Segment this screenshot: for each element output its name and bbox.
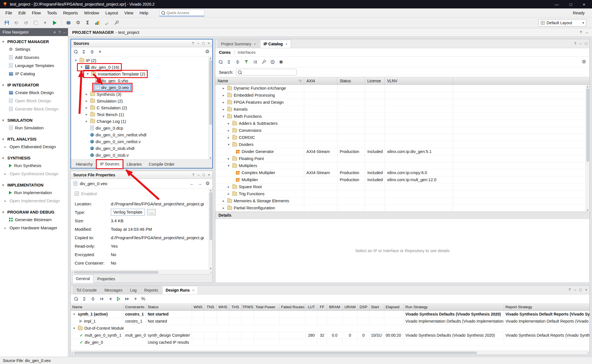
caret-down-icon[interactable]: ▾ (222, 114, 226, 118)
caret-right-icon[interactable]: ▸ (227, 136, 231, 139)
table-row-complex-multiplier[interactable]: Complex Multiplier AXI4-Stream Productio… (215, 169, 589, 176)
scroll-up-icon[interactable]: ▴ (210, 56, 211, 59)
run-row-impl-1[interactable]: impl_1 constrs_1 Not started Vivado Impl… (71, 318, 589, 325)
nav-help-icon[interactable]: ? (59, 30, 61, 34)
scroll-down-icon[interactable]: ▾ (210, 267, 211, 270)
caret-right-icon[interactable]: ▸ (227, 157, 231, 161)
column-header-status[interactable]: Status (337, 77, 365, 85)
tree-item-sim-netlist-v[interactable]: div_gen_0_sim_netlist.v (71, 138, 212, 145)
search-icon[interactable] (74, 50, 78, 54)
table-row[interactable]: ▾Multipliers (215, 162, 589, 169)
scroll-left-icon[interactable]: ‹ (72, 351, 73, 355)
expand-all-icon[interactable] (235, 60, 240, 64)
caret-right-icon[interactable]: ▸ (222, 93, 226, 97)
column-header[interactable]: Constraints (124, 303, 146, 310)
redo-icon[interactable] (22, 19, 30, 27)
target-icon[interactable] (270, 60, 275, 64)
tree-item-simulation[interactable]: ▸ Simulation (2) (71, 97, 212, 104)
column-header[interactable]: LUT (306, 303, 317, 310)
scrollbar-thumb[interactable] (586, 88, 589, 162)
menu-file[interactable]: File (2, 9, 15, 17)
search-icon[interactable] (74, 297, 78, 301)
properties-vertical-scrollbar[interactable]: ▴ ▾ (209, 188, 213, 270)
edit-pencil-icon[interactable] (103, 19, 111, 27)
add-sources-icon[interactable]: + (98, 49, 101, 54)
sidebar-item-run-simulation[interactable]: Run Simulation (0, 124, 68, 132)
table-row[interactable]: ▸Dynamic Function eXchange (215, 85, 589, 92)
probe-wrench-icon[interactable] (112, 19, 120, 27)
search-icon[interactable] (219, 60, 222, 64)
float-icon[interactable]: – (197, 41, 199, 45)
chevron-right-icon[interactable]: ▸ (5, 172, 7, 176)
enabled-checkbox[interactable]: ✓ (75, 192, 79, 196)
table-row[interactable]: ▸FPGA Features and Design (215, 99, 589, 106)
settings-gear-icon[interactable]: ⚙ (74, 19, 82, 27)
sidebar-item-create-block-design[interactable]: Create Block Design (0, 88, 68, 97)
caret-right-icon[interactable]: ▸ (222, 100, 226, 104)
tree-item-div-gen-0-veo[interactable]: div_gen_0.veo (71, 84, 212, 91)
run-icon[interactable] (51, 19, 59, 27)
tab-tcl-console[interactable]: Tcl Console (73, 286, 100, 294)
close-icon[interactable]: × (254, 42, 256, 46)
section-simulation[interactable]: ▾ SIMULATION (0, 116, 68, 124)
float-icon[interactable]: – (580, 41, 582, 46)
column-header[interactable]: Elapsed (384, 303, 404, 310)
caret-down-icon[interactable]: ▾ (2, 118, 6, 122)
undo-icon[interactable] (12, 19, 20, 27)
layout-selector[interactable]: Default Layout ▾ (538, 19, 586, 26)
tab-messages[interactable]: Messages (101, 286, 126, 294)
section-implementation[interactable]: ▾ IMPLEMENTATION (0, 181, 68, 188)
scroll-up-icon[interactable]: ▴ (210, 188, 211, 192)
sidebar-item-ip-catalog[interactable]: IP Catalog (0, 70, 68, 78)
step-back-icon[interactable] (108, 297, 112, 301)
table-row[interactable]: ▸Kernels (215, 106, 589, 113)
gear-icon[interactable]: ⚙ (582, 59, 586, 64)
section-project-manager[interactable]: ▾ PROJECT MANAGER (0, 38, 68, 45)
menu-edit[interactable]: Edit (15, 9, 29, 17)
chevron-right-icon[interactable]: ▸ (5, 199, 7, 203)
back-arrow-icon[interactable]: ← (190, 181, 194, 186)
caret-right-icon[interactable]: ▸ (222, 206, 226, 210)
chip-icon[interactable] (65, 19, 72, 27)
sidebar-item-run-implementation[interactable]: Run Implementation (0, 188, 68, 197)
tab-compile-order[interactable]: Compile Order (146, 161, 178, 168)
design-runs-horizontal-scrollbar[interactable]: ‹ › (71, 350, 589, 355)
tab-ip-sources[interactable]: IP Sources (97, 160, 123, 168)
caret-right-icon[interactable]: ▸ (227, 185, 231, 189)
run-icon[interactable] (116, 297, 120, 301)
sidebar-item-settings[interactable]: ⚙Settings (0, 45, 68, 53)
section-program-and-debug[interactable]: ▾ PROGRAM AND DEBUG (0, 208, 68, 216)
tab-log[interactable]: Log (127, 286, 140, 294)
table-row[interactable]: ▸Memories & Storage Elements (215, 197, 589, 205)
column-header[interactable]: Failed Routes (280, 303, 306, 310)
scroll-left-icon[interactable]: ‹ (72, 270, 73, 274)
ip-search-input[interactable] (236, 69, 297, 76)
table-row[interactable]: ▸Floating Point (215, 155, 589, 162)
minimize-button-icon[interactable]: — (555, 2, 559, 7)
caret-down-icon[interactable]: ▾ (74, 58, 78, 62)
caret-right-icon[interactable]: ▸ (222, 199, 226, 203)
menu-reports[interactable]: Reports (60, 9, 81, 17)
table-row-divider-generator[interactable]: Divider Generator AXI4-Stream Production… (215, 148, 589, 155)
properties-horizontal-scrollbar[interactable]: ‹ › (71, 270, 213, 274)
caret-right-icon[interactable]: ▸ (85, 92, 89, 96)
caret-right-icon[interactable]: ▸ (227, 128, 231, 132)
caret-down-icon[interactable]: ▾ (2, 137, 6, 141)
tab-libraries[interactable]: Libraries (123, 161, 145, 168)
forward-arrow-icon[interactable]: → (198, 181, 202, 186)
subtab-interfaces[interactable]: Interfaces (238, 50, 256, 55)
chevron-right-icon[interactable]: ▸ (5, 226, 7, 230)
quick-access-input[interactable] (167, 11, 198, 15)
menu-help[interactable]: Help (136, 9, 151, 17)
column-header[interactable]: Total Power (254, 303, 280, 310)
column-header[interactable]: URAM (343, 303, 358, 310)
table-row[interactable]: ▸Partial Reconfiguration (215, 205, 589, 212)
scroll-down-icon[interactable]: ▾ (210, 156, 211, 159)
column-header[interactable]: Report Strategy (504, 303, 589, 310)
help-icon[interactable]: ? (192, 173, 194, 177)
scrollbar-thumb[interactable] (209, 60, 212, 125)
expand-all-icon[interactable] (91, 297, 95, 301)
caret-down-icon[interactable]: ▾ (2, 83, 6, 87)
report-chart-icon[interactable] (93, 19, 101, 27)
caret-down-icon[interactable]: ▾ (2, 156, 6, 160)
